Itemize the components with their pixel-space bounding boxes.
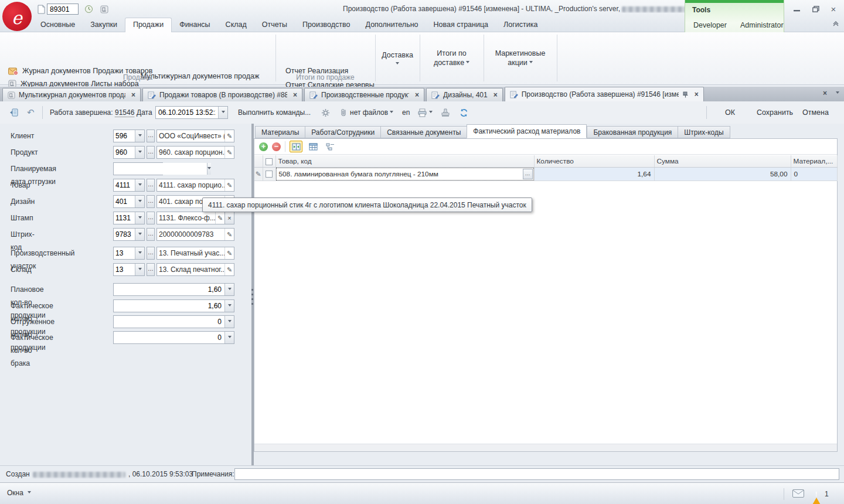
- edit-pencil-icon[interactable]: ✎: [224, 147, 234, 158]
- chevron-down-icon[interactable]: [207, 163, 211, 175]
- chevron-down-icon[interactable]: [429, 111, 433, 115]
- ribbon-tab-proizvodstvo[interactable]: Производство: [295, 18, 358, 32]
- print-button[interactable]: [417, 106, 433, 119]
- ribbon-tab-zakupki[interactable]: Закупки: [83, 18, 125, 32]
- tab-svyazannye-dokumenty[interactable]: Связанные документы: [380, 126, 467, 138]
- app-logo[interactable]: e: [2, 2, 32, 31]
- product-lookup-button[interactable]: …: [147, 146, 155, 159]
- barcode-lookup-button[interactable]: …: [147, 228, 155, 241]
- item-code-input[interactable]: [114, 179, 135, 191]
- attachments-dropdown[interactable]: нет файлов: [350, 106, 393, 119]
- delete-row-button[interactable]: −: [272, 142, 281, 151]
- quick-doc-number-input[interactable]: [47, 4, 79, 15]
- history-clock-icon[interactable]: [83, 4, 94, 15]
- quantity-cell[interactable]: 1,64: [534, 167, 654, 181]
- doc-tab-proizvodstvo-active[interactable]: Производство (Работа завершена) #91546 […: [505, 87, 704, 101]
- warehouse-code-input[interactable]: [114, 264, 135, 275]
- ribbon-tab-finansy[interactable]: Финансы: [172, 18, 217, 32]
- tab-developer[interactable]: Developer: [690, 20, 730, 30]
- stamp-icon[interactable]: [441, 106, 450, 119]
- tab-rabota-sotrudniki[interactable]: Работа/Сотрудники: [305, 126, 380, 138]
- product-code-input[interactable]: [114, 147, 135, 158]
- mail-status-icon[interactable]: [792, 489, 804, 498]
- column-header-quantity[interactable]: Количество: [534, 155, 654, 167]
- export-document-icon[interactable]: [9, 106, 19, 119]
- clear-field-icon[interactable]: ×: [224, 212, 234, 224]
- tab-materialy[interactable]: Материалы: [255, 126, 305, 138]
- group-panel-button[interactable]: [324, 141, 336, 152]
- spin-down-icon[interactable]: [224, 332, 234, 343]
- shipped-qty-input[interactable]: [114, 316, 224, 328]
- ribbon-tab-logistika[interactable]: Логистика: [496, 18, 545, 32]
- close-tab-icon[interactable]: ×: [494, 91, 498, 99]
- edit-pencil-icon[interactable]: ✎: [224, 264, 234, 275]
- product-cell[interactable]: 508. ламинированная бумага полуглянец - …: [275, 167, 534, 181]
- document-icon[interactable]: [36, 4, 47, 15]
- close-tab-icon[interactable]: ×: [695, 90, 699, 98]
- ribbon-tab-osnovnye[interactable]: Основные: [33, 18, 83, 32]
- close-tab-icon[interactable]: ×: [131, 91, 135, 99]
- doc-number-link[interactable]: 91546: [115, 108, 134, 117]
- spin-down-icon[interactable]: [224, 284, 234, 295]
- edit-pencil-icon[interactable]: ✎: [224, 179, 234, 191]
- row-select-cell[interactable]: [263, 167, 275, 181]
- edit-pencil-icon[interactable]: ✎: [224, 229, 234, 240]
- chevron-down-icon[interactable]: [135, 212, 144, 224]
- stamp-lookup-button[interactable]: …: [147, 212, 155, 224]
- doc-tab-proizvodstvennye-produkty[interactable]: Производственные продукты, 960 ×: [304, 88, 424, 101]
- chevron-down-icon[interactable]: [135, 130, 144, 142]
- restore-button[interactable]: [809, 4, 822, 13]
- close-document-icon[interactable]: ×: [823, 89, 827, 97]
- grid-view-button[interactable]: [307, 141, 319, 152]
- doc-tab-dizayny[interactable]: Дизайны, 401 ×: [426, 88, 503, 101]
- journal-icon[interactable]: [98, 4, 110, 15]
- warehouse-lookup-button[interactable]: …: [147, 263, 155, 276]
- close-tab-icon[interactable]: ×: [415, 91, 419, 99]
- collapse-ribbon-icon[interactable]: [832, 21, 842, 29]
- workshop-lookup-button[interactable]: …: [147, 247, 155, 260]
- chevron-down-icon[interactable]: [218, 107, 227, 118]
- dropdown-button-dostavka[interactable]: Доставка: [375, 35, 420, 81]
- undo-icon[interactable]: ↶: [27, 106, 35, 119]
- item-lookup-button[interactable]: …: [147, 179, 155, 192]
- barcode-code-input[interactable]: [114, 229, 135, 240]
- design-lookup-button[interactable]: …: [147, 195, 155, 208]
- ribbon-tab-dopolnitelno[interactable]: Дополнительно: [358, 18, 426, 32]
- best-fit-columns-button[interactable]: [290, 141, 302, 152]
- pin-icon[interactable]: [682, 91, 689, 98]
- tab-brakovannaya-produkciya[interactable]: Бракованная продукция: [587, 126, 678, 138]
- close-button[interactable]: ×: [827, 4, 840, 13]
- edit-pencil-icon[interactable]: ✎: [224, 247, 234, 259]
- ribbon-tab-novaya-stranica[interactable]: Новая страница: [426, 18, 496, 32]
- material-cell[interactable]: 0: [791, 167, 837, 181]
- edit-pencil-icon[interactable]: ✎: [215, 212, 224, 224]
- doc-date-input[interactable]: [156, 108, 218, 117]
- cancel-button[interactable]: Отмена: [802, 106, 829, 119]
- warning-icon[interactable]: !: [812, 489, 821, 504]
- column-header-product[interactable]: Товар, код: [275, 155, 534, 167]
- save-button[interactable]: Сохранить: [757, 106, 793, 119]
- tab-fakticheskiy-rashod[interactable]: Фактический расход материалов: [467, 124, 587, 138]
- ribbon-tab-prodazhi[interactable]: Продажи: [125, 18, 172, 32]
- column-header-sum[interactable]: Сумма: [654, 155, 791, 167]
- defect-qty-input[interactable]: [114, 332, 224, 343]
- minimize-button[interactable]: [790, 4, 803, 13]
- workshop-code-input[interactable]: [114, 247, 135, 259]
- ribbon-tab-otchety[interactable]: Отчеты: [254, 18, 295, 32]
- design-code-input[interactable]: [114, 196, 135, 207]
- product-cell-lookup-button[interactable]: …: [523, 169, 533, 179]
- chevron-down-icon[interactable]: [135, 179, 144, 191]
- tab-list-chevron-icon[interactable]: [836, 91, 839, 96]
- gear-icon[interactable]: [321, 106, 330, 119]
- spin-down-icon[interactable]: [224, 316, 234, 328]
- notes-input[interactable]: [234, 468, 839, 480]
- column-header-material[interactable]: Материал,...: [791, 155, 837, 167]
- row-checkbox[interactable]: [266, 171, 273, 178]
- add-row-button[interactable]: +: [259, 142, 268, 151]
- fact-qty-input[interactable]: [114, 300, 224, 312]
- dropdown-button-itogi-po-dostavke[interactable]: Итоги по доставке: [420, 35, 484, 81]
- chevron-down-icon[interactable]: [135, 247, 144, 259]
- select-all-header[interactable]: [263, 155, 275, 167]
- select-all-checkbox[interactable]: [266, 158, 273, 165]
- chevron-down-icon[interactable]: [135, 147, 144, 158]
